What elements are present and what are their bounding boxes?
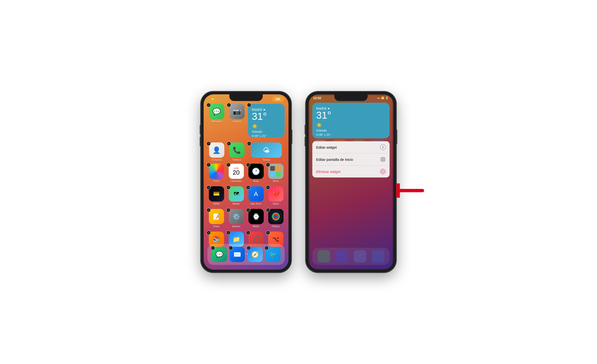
wifi-icon: 📶 [381, 97, 384, 99]
homescreen-icon [380, 157, 386, 162]
delete-libros[interactable]: − [206, 231, 211, 235]
tiempo-label: Tiempo [262, 159, 270, 161]
add-button[interactable]: + [208, 96, 217, 102]
app-tiempo[interactable]: − 🌤 Tiempo [248, 143, 285, 161]
calendario-label: Calendario [230, 180, 242, 182]
delete-watch[interactable]: − [246, 208, 250, 212]
delete-calendario[interactable]: − [226, 163, 231, 167]
app-telefono[interactable]: − 📞 Teléfono [228, 143, 246, 161]
delete-salud[interactable]: − [266, 185, 270, 190]
wallet-icon: 💳 [209, 186, 224, 202]
phone-2: 12:52 ▪▪▪ 📶 🔋 Madrid ➤ 31° ☀️ Soleado [306, 91, 396, 273]
ok-button[interactable]: OK [272, 96, 284, 102]
delete-mail[interactable]: − [229, 246, 233, 250]
delete-appstore[interactable]: − [246, 185, 250, 190]
phone2-time: 12:52 [313, 96, 321, 100]
delete-fotos[interactable]: − [206, 163, 211, 167]
delete-ajustes[interactable]: − [226, 208, 231, 212]
svg-rect-3 [381, 158, 385, 161]
menu-editar-widget[interactable]: Editar widget ℹ [312, 141, 390, 153]
widget-sun-icon: ☀️ [252, 124, 258, 129]
menu-editar-pantalla[interactable]: Editar pantalla de inicio [312, 153, 390, 166]
delete-telefono[interactable]: − [227, 142, 231, 146]
delete-fitness[interactable]: − [266, 208, 270, 212]
app-notas[interactable]: − 📝 Notas [207, 209, 225, 228]
delete-mensajes[interactable]: − [206, 103, 211, 107]
delete-reloj[interactable]: − [246, 163, 250, 167]
fotos-label: Fotos [213, 180, 219, 182]
phone2-notch [334, 94, 368, 101]
mensajes-icon: 💬 [209, 104, 224, 119]
weather-widget-1[interactable]: − Madrid ➤ 31° ☀️ Soleado H:36° L:21° [248, 104, 285, 140]
calendario-icon: LUN 20 [229, 164, 244, 179]
phone2-volume-down[interactable] [305, 137, 306, 146]
delete-wallet[interactable]: − [206, 185, 211, 190]
menu-eliminar-widget[interactable]: Eliminar widget [312, 166, 390, 177]
contactos-label: Contactos [211, 159, 222, 161]
app-appstore[interactable]: − A App Store [247, 186, 265, 205]
delete-widget[interactable]: − [247, 103, 251, 107]
delete-safari[interactable]: − [246, 246, 251, 250]
svg-rect-4 [382, 158, 383, 159]
dock-whatsapp[interactable]: − 💬 [212, 247, 227, 262]
delete-mapas[interactable]: − [226, 185, 231, 190]
salud-icon: ❤️ [268, 186, 283, 202]
app-wallet[interactable]: − 💳 Wallet [207, 186, 225, 205]
power-button[interactable] [291, 129, 292, 144]
volume-up-button[interactable] [200, 125, 201, 134]
appstore-label: App Store [251, 203, 261, 205]
delete-camara[interactable]: − [227, 103, 231, 107]
app-reloj[interactable]: − 🕐 Reloj [247, 164, 265, 182]
fotos-icon [209, 164, 224, 179]
remove-icon [380, 169, 386, 174]
weather-widget-content: Madrid ➤ 31° ☀️ Soleado H:36° L:21° [248, 104, 285, 137]
camara-icon: 📷 [229, 104, 245, 119]
app-fotos[interactable]: − Fotos [207, 164, 225, 182]
app-mapas[interactable]: − 🗺 Mapas [227, 186, 245, 205]
app-camara[interactable]: − 📷 Cámara [228, 104, 246, 123]
app-calendario[interactable]: − LUN 20 Calendario [227, 164, 245, 182]
delete-twitter[interactable]: − [264, 246, 269, 250]
delete-tiempo[interactable]: − [247, 142, 251, 146]
eliminar-widget-label: Eliminar widget [316, 170, 340, 174]
delete-atajos[interactable]: − [266, 231, 270, 235]
app-salud[interactable]: − ❤️ Salud [267, 186, 285, 205]
phone2-power[interactable] [396, 129, 397, 144]
editar-pantalla-label: Editar pantalla de inicio [316, 158, 353, 161]
widget-temp-1: 31° [252, 112, 281, 121]
delete-whatsapp[interactable]: − [211, 246, 215, 250]
red-arrow-icon [396, 183, 425, 198]
svg-rect-7 [383, 159, 384, 160]
app-ajustes[interactable]: − ⚙️ Ajustes [227, 209, 245, 228]
app-watch[interactable]: − ⌚ Watch [247, 209, 265, 228]
delete-notas[interactable]: − [206, 208, 211, 212]
dock-safari[interactable]: − 🧭 [247, 247, 263, 262]
delete-musica[interactable]: − [246, 231, 250, 235]
delete-archivos[interactable]: − [226, 231, 231, 235]
volume-down-button[interactable] [200, 137, 201, 146]
app-fitness[interactable]: − Fitness [267, 209, 285, 228]
watch-label: Watch [253, 225, 259, 228]
otros-icon [268, 164, 283, 179]
ajustes-label: Ajustes [232, 225, 240, 228]
red-arrow-container [396, 183, 425, 199]
widget2-highlow: H:36° L:21° [316, 133, 386, 136]
delete-otros[interactable]: − [266, 163, 270, 167]
app-mensajes[interactable]: − 💬 Mensajes [207, 104, 226, 123]
dock-mail[interactable]: − ✉️ [230, 247, 245, 262]
context-menu: Editar widget ℹ Editar pantalla de inici… [312, 141, 390, 177]
mapas-icon: 🗺 [229, 186, 244, 202]
camara-label: Cámara [233, 120, 241, 123]
mensajes-label: Mensajes [212, 120, 222, 123]
phone2-volume-up[interactable] [305, 125, 306, 134]
phone2-status-icons: ▪▪▪ 📶 🔋 [377, 97, 389, 99]
weather-widget-2[interactable]: Madrid ➤ 31° ☀️ Soleado H:36° L:21° [312, 103, 390, 138]
screenshot-container: + OK − 💬 Mensajes [191, 82, 406, 282]
dock-twitter[interactable]: − 🐦 [265, 247, 281, 262]
mapas-label: Mapas [232, 203, 240, 205]
app-contactos[interactable]: − 👤 Contactos [207, 143, 226, 161]
delete-contactos[interactable]: − [206, 142, 211, 146]
svg-point-2 [275, 216, 277, 218]
phone1-screen: + OK − 💬 Mensajes [204, 94, 289, 270]
app-otros[interactable]: − Otros [267, 164, 285, 182]
